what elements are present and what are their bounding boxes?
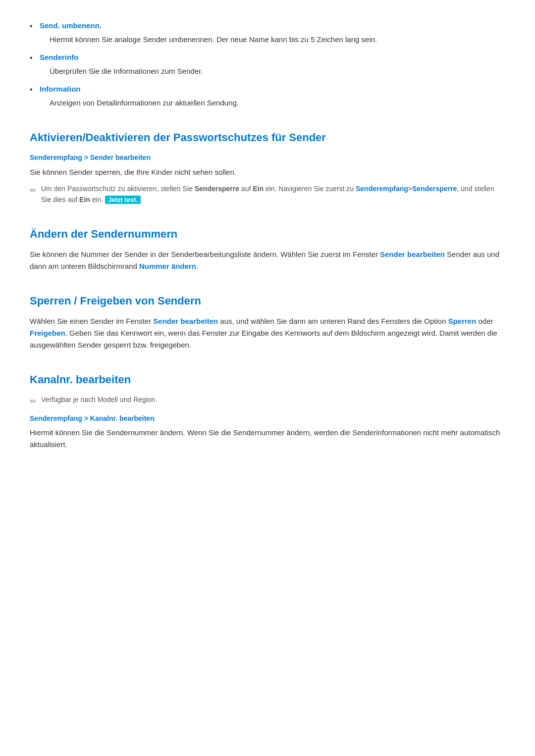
arrow-separator-1: > — [84, 153, 90, 161]
section-sperren-body: Wählen Sie einen Sender im Fenster Sende… — [30, 315, 505, 351]
sendersperre-link[interactable]: Sendersperre — [412, 185, 457, 193]
bullet-item-senderinfo: Senderinfo Überprüfen Sie die Informatio… — [30, 51, 505, 77]
section-kanalnr: Kanalnr. bearbeiten ✏ Verfügbar je nach … — [30, 371, 505, 451]
top-bullet-list: Send. umbenenn. Hiermit können Sie analo… — [30, 20, 505, 109]
section-aendern-heading: Ändern der Sendernummern — [30, 225, 505, 243]
information-link[interactable]: Information — [40, 85, 81, 93]
freigeben-link[interactable]: Freigeben — [30, 329, 65, 337]
send-rename-desc: Hiermit können Sie analoge Sender umbene… — [50, 34, 505, 46]
ein-bold-1: Ein — [253, 185, 264, 193]
senderinfo-link[interactable]: Senderinfo — [40, 53, 78, 61]
arrow-separator-2: > — [84, 414, 90, 422]
section-sperren: Sperren / Freigeben von Sendern Wählen S… — [30, 292, 505, 351]
section-kanalnr-note-text: Verfügbar je nach Modell und Region. — [41, 394, 505, 405]
section-kanalnr-note: ✏ Verfügbar je nach Modell und Region. — [30, 394, 505, 408]
senderempfang-link-3[interactable]: Senderempfang — [30, 414, 82, 422]
nummer-aendern-link[interactable]: Nummer ändern — [139, 262, 196, 270]
section-kanalnr-subheading: Senderempfang > Kanalnr. bearbeiten — [30, 413, 505, 424]
kanalnr-bearbeiten-link[interactable]: Kanalnr. bearbeiten — [90, 414, 155, 422]
sendersperre-bold-1: Sendersperre — [195, 185, 239, 193]
section-aktivieren-heading: Aktivieren/Deaktivieren der Passwortschu… — [30, 129, 505, 146]
senderempfang-link-2[interactable]: Senderempfang — [356, 185, 408, 193]
sperren-link[interactable]: Sperren — [448, 317, 477, 325]
information-desc: Anzeigen von Detailinformationen zur akt… — [50, 97, 505, 109]
section-sperren-heading: Sperren / Freigeben von Sendern — [30, 292, 505, 309]
pencil-icon-1: ✏ — [30, 184, 36, 197]
sender-bearbeiten-link-2[interactable]: Sender bearbeiten — [380, 250, 445, 258]
bullet-item-information: Information Anzeigen von Detailinformati… — [30, 83, 505, 109]
section-kanalnr-body: Hiermit können Sie die Sendernummer ände… — [30, 427, 505, 451]
sender-bearbeiten-link-1[interactable]: Sender bearbeiten — [90, 153, 151, 161]
section-aktivieren-note-text: Um den Passwortschutz zu aktivieren, ste… — [41, 183, 505, 205]
senderempfang-link-1[interactable]: Senderempfang — [30, 153, 82, 161]
section-kanalnr-heading: Kanalnr. bearbeiten — [30, 371, 505, 388]
section-aendern-body: Sie können die Nummer der Sender in der … — [30, 249, 505, 272]
senderinfo-desc: Überprüfen Sie die Informationen zum Sen… — [50, 65, 505, 77]
jetzt-test-badge[interactable]: Jetzt test. — [105, 196, 141, 204]
sender-bearbeiten-link-3[interactable]: Sender bearbeiten — [153, 317, 218, 325]
bullet-item-send-rename: Send. umbenenn. Hiermit können Sie analo… — [30, 20, 505, 46]
section-aktivieren: Aktivieren/Deaktivieren der Passwortschu… — [30, 129, 505, 205]
section-aktivieren-body: Sie können Sender sperren, die Ihre Kind… — [30, 166, 505, 178]
section-aendern: Ändern der Sendernummern Sie können die … — [30, 225, 505, 272]
ein-bold-2: Ein — [79, 196, 90, 203]
send-rename-link[interactable]: Send. umbenenn. — [40, 21, 102, 30]
section-aktivieren-note: ✏ Um den Passwortschutz zu aktivieren, s… — [30, 183, 505, 205]
pencil-icon-2: ✏ — [30, 395, 36, 408]
section-aktivieren-subheading: Senderempfang > Sender bearbeiten — [30, 152, 505, 163]
